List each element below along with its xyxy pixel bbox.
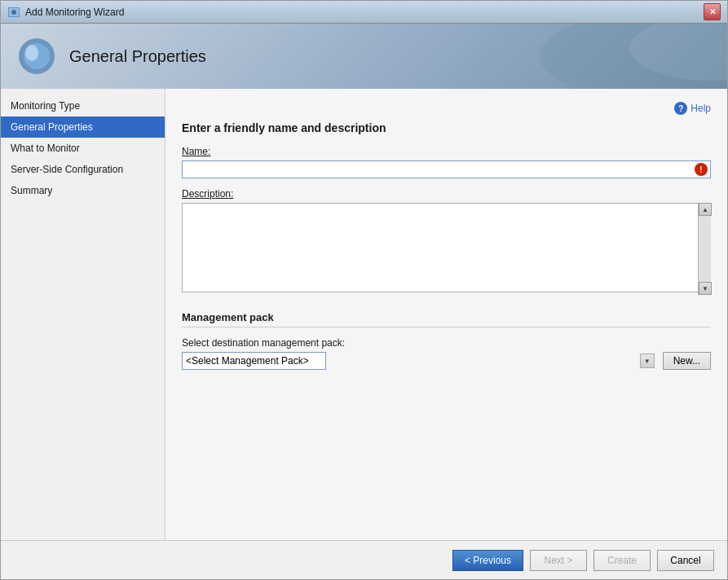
header-icon xyxy=(17,37,56,76)
svg-point-2 xyxy=(11,10,16,15)
scrollbar-down-button[interactable]: ▼ xyxy=(699,282,712,295)
sidebar: Monitoring Type General Properties What … xyxy=(1,89,165,540)
name-label: Name: xyxy=(182,146,711,157)
cancel-button[interactable]: Cancel xyxy=(657,550,714,571)
management-pack-section: Management pack Select destination manag… xyxy=(182,311,711,370)
sidebar-item-monitoring-type[interactable]: Monitoring Type xyxy=(1,95,165,116)
sidebar-item-general-properties[interactable]: General Properties xyxy=(1,116,165,138)
help-text: Help xyxy=(690,103,711,114)
name-field-group: Name: ! xyxy=(182,146,711,178)
help-link[interactable]: ? Help xyxy=(674,102,711,115)
content-area: ? Help Enter a friendly name and descrip… xyxy=(165,89,727,540)
name-input[interactable] xyxy=(182,160,711,178)
description-textarea-wrapper: ▲ ▼ xyxy=(182,203,711,295)
management-pack-row: <Select Management Pack> ▼ New... xyxy=(182,352,711,370)
management-pack-title: Management pack xyxy=(182,311,711,327)
wizard-window: Add Monitoring Wizard ✕ General Properti… xyxy=(0,0,728,580)
scrollbar-up-button[interactable]: ▲ xyxy=(699,203,712,216)
next-button[interactable]: Next > xyxy=(530,550,587,571)
scrollbar-track xyxy=(699,216,711,282)
description-textarea[interactable] xyxy=(182,203,711,292)
sidebar-item-summary[interactable]: Summary xyxy=(1,180,165,201)
previous-button[interactable]: < Previous xyxy=(452,550,523,571)
management-pack-select-label: Select destination management pack: xyxy=(182,337,711,349)
header-decoration xyxy=(483,24,727,89)
management-pack-select[interactable]: <Select Management Pack> xyxy=(182,352,326,370)
description-scrollbar: ▲ ▼ xyxy=(698,203,711,295)
name-error-icon: ! xyxy=(695,163,708,176)
name-input-wrapper: ! xyxy=(182,160,711,178)
description-field-group: Description: ▲ ▼ xyxy=(182,188,711,295)
sidebar-item-server-side-config[interactable]: Server-Side Configuration xyxy=(1,159,165,180)
svg-point-5 xyxy=(25,45,38,61)
title-bar: Add Monitoring Wizard ✕ xyxy=(1,1,727,24)
close-button[interactable]: ✕ xyxy=(704,3,721,20)
description-label: Description: xyxy=(182,188,711,200)
footer: < Previous Next > Create Cancel xyxy=(1,540,727,579)
new-management-pack-button[interactable]: New... xyxy=(663,352,711,370)
help-row: ? Help xyxy=(182,102,711,115)
form-section-title: Enter a friendly name and description xyxy=(182,121,711,134)
header-panel: General Properties xyxy=(1,24,727,89)
main-content: Monitoring Type General Properties What … xyxy=(1,89,727,540)
dropdown-arrow-icon: ▼ xyxy=(640,354,655,368)
title-bar-title: Add Monitoring Wizard xyxy=(25,7,704,18)
title-bar-icon xyxy=(7,6,20,19)
help-icon: ? xyxy=(674,102,687,115)
create-button[interactable]: Create xyxy=(593,550,651,571)
management-pack-dropdown-wrapper: <Select Management Pack> ▼ xyxy=(182,352,656,370)
header-title: General Properties xyxy=(69,47,206,66)
sidebar-item-what-to-monitor[interactable]: What to Monitor xyxy=(1,138,165,159)
